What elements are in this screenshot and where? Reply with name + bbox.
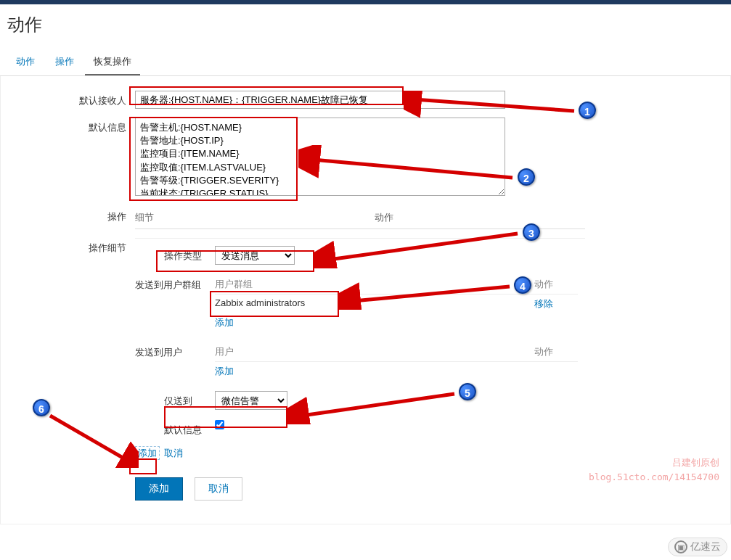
operations-table: 细节 动作 [135,207,585,229]
message-label: 默认信息 [8,118,135,134]
tab-recovery-operation[interactable]: 恢复操作 [85,49,140,75]
tab-action[interactable]: 动作 [7,49,44,74]
only-to-label: 仅送到 [164,391,215,408]
submit-add-button[interactable]: 添加 [135,477,183,501]
group-name: Zabbix administrators [215,297,534,310]
group-row: Zabbix administrators 移除 [215,295,578,313]
inline-add-link[interactable]: 添加 [135,446,160,460]
op-type-label: 操作类型 [164,246,215,263]
send-user-label: 发送到用户 [135,342,215,359]
remove-link[interactable]: 移除 [534,298,553,309]
watermark: 吕建钊原创 blog.51cto.com/14154700 [589,456,719,484]
recipient-input[interactable] [135,91,505,109]
op-type-select[interactable]: 发送消息 [215,246,295,265]
col-action: 动作 [375,211,393,224]
default-msg-label: 默认信息 [164,420,215,437]
group-head-col: 用户群组 [215,278,534,291]
operations-label: 操作 [8,207,135,223]
submit-cancel-button[interactable]: 取消 [195,477,242,501]
watermark-line2: blog.51cto.com/14154700 [589,470,719,485]
action-head-col: 动作 [534,278,578,291]
tab-operation[interactable]: 操作 [46,49,83,74]
inline-cancel-link[interactable]: 取消 [164,448,183,458]
message-textarea[interactable] [135,118,505,196]
detail-label: 操作细节 [8,238,135,255]
only-to-select[interactable]: 微信告警 [215,391,287,410]
user-action-head-col: 动作 [534,345,578,358]
add-user-link[interactable]: 添加 [215,366,234,376]
page-title: 动作 [0,4,731,49]
form-area: 默认接收人 默认信息 操作 细节 动作 操作细节 操作类型 [0,76,731,524]
recipient-label: 默认接收人 [8,91,135,107]
tabs: 动作 操作 恢复操作 [0,49,731,76]
col-detail: 细节 [135,211,375,224]
send-group-label: 发送到用户群组 [135,275,215,292]
detail-box: 操作类型 发送消息 发送到用户群组 用户群组 动作 [135,238,585,437]
default-msg-checkbox[interactable] [215,420,224,429]
add-group-link[interactable]: 添加 [215,317,234,328]
user-head-col: 用户 [215,345,534,358]
watermark-line1: 吕建钊原创 [589,456,719,470]
